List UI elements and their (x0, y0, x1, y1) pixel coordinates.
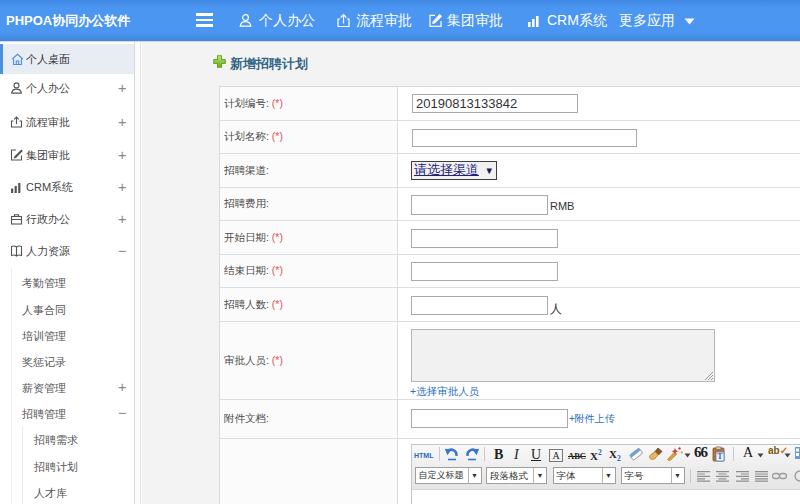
svg-text:T: T (717, 452, 723, 461)
